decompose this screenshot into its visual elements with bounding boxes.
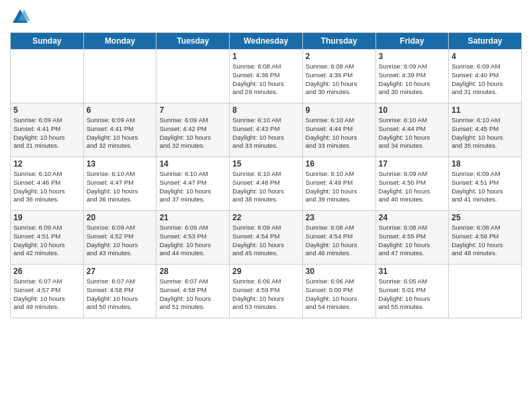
day-number: 21 [159, 213, 226, 222]
logo [10, 7, 32, 27]
calendar-cell: 29Sunrise: 6:06 AM Sunset: 4:59 PM Dayli… [230, 265, 303, 318]
calendar-cell: 6Sunrise: 6:09 AM Sunset: 4:41 PM Daylig… [83, 103, 157, 157]
day-number: 8 [232, 105, 300, 115]
day-number: 4 [451, 52, 519, 61]
day-info: Sunrise: 6:10 AM Sunset: 4:47 PM Dayligh… [159, 170, 226, 204]
calendar-cell: 30Sunrise: 6:06 AM Sunset: 5:00 PM Dayli… [302, 265, 375, 318]
calendar-cell [157, 50, 230, 103]
day-info: Sunrise: 6:09 AM Sunset: 4:41 PM Dayligh… [87, 116, 154, 150]
calendar-cell [83, 50, 157, 103]
day-info: Sunrise: 6:08 AM Sunset: 4:55 PM Dayligh… [379, 224, 446, 258]
day-info: Sunrise: 6:10 AM Sunset: 4:46 PM Dayligh… [13, 170, 81, 204]
day-number: 2 [306, 52, 373, 61]
day-number: 9 [306, 105, 373, 115]
day-info: Sunrise: 6:08 AM Sunset: 4:38 PM Dayligh… [232, 62, 300, 97]
day-header-sunday: Sunday [11, 33, 84, 50]
day-number: 25 [451, 213, 519, 222]
calendar-cell: 21Sunrise: 6:09 AM Sunset: 4:53 PM Dayli… [157, 211, 230, 265]
day-info: Sunrise: 6:09 AM Sunset: 4:39 PM Dayligh… [379, 62, 446, 97]
day-info: Sunrise: 6:09 AM Sunset: 4:50 PM Dayligh… [379, 170, 446, 204]
day-info: Sunrise: 6:10 AM Sunset: 4:49 PM Dayligh… [306, 170, 373, 204]
day-info: Sunrise: 6:09 AM Sunset: 4:42 PM Dayligh… [159, 116, 226, 150]
day-header-monday: Monday [83, 33, 157, 50]
calendar-cell [11, 50, 84, 103]
calendar-cell: 17Sunrise: 6:09 AM Sunset: 4:50 PM Dayli… [375, 157, 449, 211]
day-number: 28 [159, 267, 226, 276]
day-info: Sunrise: 6:05 AM Sunset: 5:01 PM Dayligh… [379, 277, 446, 312]
calendar-cell: 1Sunrise: 6:08 AM Sunset: 4:38 PM Daylig… [230, 50, 303, 103]
day-info: Sunrise: 6:10 AM Sunset: 4:48 PM Dayligh… [232, 170, 300, 204]
calendar-cell: 8Sunrise: 6:10 AM Sunset: 4:43 PM Daylig… [230, 103, 303, 157]
day-number: 29 [232, 267, 300, 276]
calendar-cell: 26Sunrise: 6:07 AM Sunset: 4:57 PM Dayli… [11, 265, 84, 318]
day-info: Sunrise: 6:09 AM Sunset: 4:51 PM Dayligh… [13, 224, 81, 258]
day-number: 7 [159, 105, 226, 115]
day-number: 24 [379, 213, 446, 222]
day-info: Sunrise: 6:09 AM Sunset: 4:51 PM Dayligh… [451, 170, 519, 204]
calendar-cell: 12Sunrise: 6:10 AM Sunset: 4:46 PM Dayli… [11, 157, 84, 211]
calendar-cell: 4Sunrise: 6:09 AM Sunset: 4:40 PM Daylig… [449, 50, 522, 103]
day-number: 1 [232, 52, 300, 61]
day-number: 10 [379, 105, 446, 115]
calendar-week-2: 5Sunrise: 6:09 AM Sunset: 4:41 PM Daylig… [11, 103, 522, 157]
day-info: Sunrise: 6:06 AM Sunset: 5:00 PM Dayligh… [306, 277, 373, 312]
day-header-thursday: Thursday [302, 33, 375, 50]
day-info: Sunrise: 6:08 AM Sunset: 4:54 PM Dayligh… [306, 224, 373, 258]
calendar: SundayMondayTuesdayWednesdayThursdayFrid… [10, 32, 522, 318]
day-number: 16 [306, 159, 373, 169]
day-info: Sunrise: 6:09 AM Sunset: 4:52 PM Dayligh… [87, 224, 154, 258]
day-number: 6 [87, 105, 154, 115]
day-number: 13 [87, 159, 154, 169]
day-number: 27 [87, 267, 154, 276]
day-info: Sunrise: 6:09 AM Sunset: 4:41 PM Dayligh… [13, 116, 81, 150]
calendar-week-4: 19Sunrise: 6:09 AM Sunset: 4:51 PM Dayli… [11, 211, 522, 265]
day-info: Sunrise: 6:09 AM Sunset: 4:54 PM Dayligh… [232, 224, 300, 258]
day-info: Sunrise: 6:07 AM Sunset: 4:57 PM Dayligh… [13, 277, 81, 312]
calendar-cell: 14Sunrise: 6:10 AM Sunset: 4:47 PM Dayli… [157, 157, 230, 211]
day-header-friday: Friday [375, 33, 449, 50]
day-info: Sunrise: 6:08 AM Sunset: 4:56 PM Dayligh… [451, 224, 519, 258]
calendar-cell: 11Sunrise: 6:10 AM Sunset: 4:45 PM Dayli… [449, 103, 522, 157]
calendar-cell: 23Sunrise: 6:08 AM Sunset: 4:54 PM Dayli… [302, 211, 375, 265]
calendar-cell: 9Sunrise: 6:10 AM Sunset: 4:44 PM Daylig… [302, 103, 375, 157]
calendar-cell: 10Sunrise: 6:10 AM Sunset: 4:44 PM Dayli… [375, 103, 449, 157]
day-number: 12 [13, 159, 81, 169]
calendar-cell: 3Sunrise: 6:09 AM Sunset: 4:39 PM Daylig… [375, 50, 449, 103]
calendar-cell: 18Sunrise: 6:09 AM Sunset: 4:51 PM Dayli… [449, 157, 522, 211]
logo-icon [10, 7, 30, 27]
day-number: 14 [159, 159, 226, 169]
calendar-cell: 5Sunrise: 6:09 AM Sunset: 4:41 PM Daylig… [11, 103, 84, 157]
day-info: Sunrise: 6:08 AM Sunset: 4:39 PM Dayligh… [306, 62, 373, 97]
calendar-week-1: 1Sunrise: 6:08 AM Sunset: 4:38 PM Daylig… [11, 50, 522, 103]
day-info: Sunrise: 6:07 AM Sunset: 4:58 PM Dayligh… [87, 277, 154, 312]
calendar-cell: 20Sunrise: 6:09 AM Sunset: 4:52 PM Dayli… [83, 211, 157, 265]
day-info: Sunrise: 6:10 AM Sunset: 4:43 PM Dayligh… [232, 116, 300, 150]
day-number: 17 [379, 159, 446, 169]
header [10, 7, 522, 27]
calendar-cell [449, 265, 522, 318]
day-number: 30 [306, 267, 373, 276]
page: SundayMondayTuesdayWednesdayThursdayFrid… [0, 0, 532, 411]
day-number: 31 [379, 267, 446, 276]
calendar-cell: 31Sunrise: 6:05 AM Sunset: 5:01 PM Dayli… [375, 265, 449, 318]
calendar-cell: 25Sunrise: 6:08 AM Sunset: 4:56 PM Dayli… [449, 211, 522, 265]
calendar-cell: 2Sunrise: 6:08 AM Sunset: 4:39 PM Daylig… [302, 50, 375, 103]
day-info: Sunrise: 6:10 AM Sunset: 4:44 PM Dayligh… [379, 116, 446, 150]
day-number: 26 [13, 267, 81, 276]
calendar-cell: 22Sunrise: 6:09 AM Sunset: 4:54 PM Dayli… [230, 211, 303, 265]
day-header-tuesday: Tuesday [157, 33, 230, 50]
calendar-cell: 16Sunrise: 6:10 AM Sunset: 4:49 PM Dayli… [302, 157, 375, 211]
calendar-cell: 27Sunrise: 6:07 AM Sunset: 4:58 PM Dayli… [83, 265, 157, 318]
day-number: 11 [451, 105, 519, 115]
calendar-cell: 24Sunrise: 6:08 AM Sunset: 4:55 PM Dayli… [375, 211, 449, 265]
day-info: Sunrise: 6:06 AM Sunset: 4:59 PM Dayligh… [232, 277, 300, 312]
day-info: Sunrise: 6:10 AM Sunset: 4:45 PM Dayligh… [451, 116, 519, 150]
calendar-cell: 7Sunrise: 6:09 AM Sunset: 4:42 PM Daylig… [157, 103, 230, 157]
calendar-cell: 19Sunrise: 6:09 AM Sunset: 4:51 PM Dayli… [11, 211, 84, 265]
day-header-wednesday: Wednesday [230, 33, 303, 50]
day-info: Sunrise: 6:07 AM Sunset: 4:58 PM Dayligh… [159, 277, 226, 312]
day-number: 15 [232, 159, 300, 169]
day-number: 23 [306, 213, 373, 222]
day-header-saturday: Saturday [449, 33, 522, 50]
day-info: Sunrise: 6:10 AM Sunset: 4:47 PM Dayligh… [87, 170, 154, 204]
